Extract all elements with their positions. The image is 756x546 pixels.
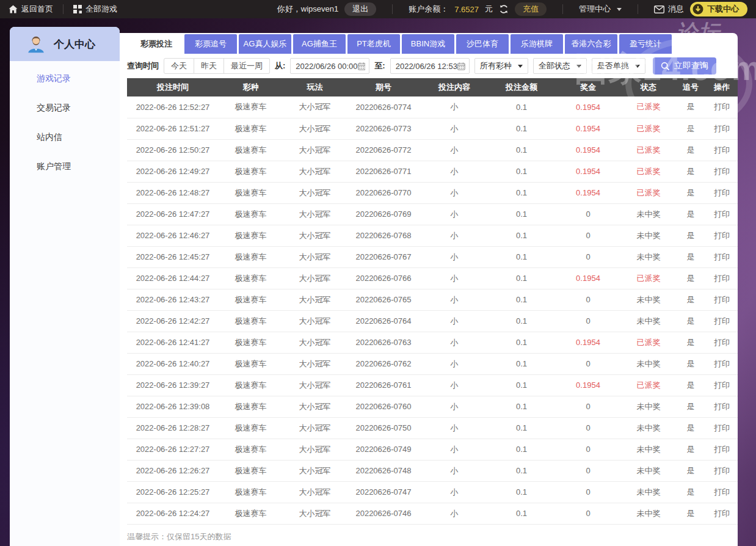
cell-prize: 0 (554, 225, 622, 246)
cell-action[interactable]: 打印 (706, 289, 738, 310)
cell-action[interactable]: 打印 (706, 460, 738, 481)
back-home-link[interactable]: 返回首页 (9, 4, 53, 15)
logout-button[interactable]: 退出 (344, 2, 376, 16)
cell-status: 未中奖 (622, 225, 675, 246)
tab-6[interactable]: BBIN游戏 (402, 34, 454, 54)
from-date-input[interactable]: 2022/06/26 00:00 (290, 58, 369, 74)
cell-status: 未中奖 (622, 203, 675, 225)
sidebar-item-2[interactable]: 交易记录 (10, 93, 120, 122)
topbar: 返回首页 全部游戏 你好，wipseven1 退出 账户余额： 7.6527 元… (0, 0, 756, 18)
cell-action[interactable]: 打印 (706, 225, 738, 246)
tab-9[interactable]: 香港六合彩 (565, 34, 617, 54)
cell-issue: 20220626-0772 (347, 139, 420, 161)
table-row: 2022-06-26 12:39:08极速赛车大小冠军20220626-0760… (127, 396, 738, 417)
cell-issue: 20220626-0747 (347, 481, 420, 503)
download-center-label: 下载中心 (707, 4, 739, 15)
cell-type: 极速赛车 (219, 439, 283, 460)
tab-5[interactable]: PT老虎机 (347, 34, 400, 54)
filter-select-1[interactable]: 所有彩种 (474, 58, 528, 74)
tab-7[interactable]: 沙巴体育 (456, 34, 509, 54)
to-date-input[interactable]: 2022/06/26 12:53 (390, 58, 470, 74)
cell-time: 2022-06-26 12:44:27 (127, 268, 219, 289)
quick-range-button-2[interactable]: 昨天 (194, 58, 224, 74)
cell-type: 极速赛车 (219, 396, 283, 417)
cell-time: 2022-06-26 12:47:27 (127, 203, 219, 225)
cell-amount: 0.1 (489, 310, 554, 332)
cell-chase: 是 (675, 203, 706, 225)
cell-time: 2022-06-26 12:49:27 (127, 161, 219, 182)
cell-action[interactable]: 打印 (706, 268, 738, 289)
table-row: 2022-06-26 12:42:27极速赛车大小冠军20220626-0764… (127, 310, 738, 332)
cell-prize: 0.1954 (554, 182, 622, 203)
cell-status: 已派奖 (622, 182, 675, 203)
cell-action[interactable]: 打印 (706, 139, 738, 161)
table-row: 2022-06-26 12:47:27极速赛车大小冠军20220626-0769… (127, 203, 738, 225)
cell-chase: 是 (675, 481, 706, 503)
cell-type: 极速赛车 (219, 268, 283, 289)
cell-issue: 20220626-0762 (347, 353, 420, 374)
cell-action[interactable]: 打印 (706, 503, 738, 524)
filter-select-3[interactable]: 是否单挑 (592, 58, 645, 74)
chevron-down-icon (576, 65, 581, 68)
cell-status: 未中奖 (622, 396, 675, 417)
cell-action[interactable]: 打印 (706, 396, 738, 417)
tab-10[interactable]: 盈亏统计 (619, 34, 672, 54)
filter-select-2[interactable]: 全部状态 (533, 58, 587, 74)
cell-time: 2022-06-26 12:39:08 (127, 396, 219, 417)
select-value: 所有彩种 (480, 60, 512, 71)
cell-action[interactable]: 打印 (706, 332, 738, 353)
cell-time: 2022-06-26 12:48:27 (127, 182, 219, 203)
cell-time: 2022-06-26 12:46:27 (127, 225, 219, 246)
column-header-5: 投注内容 (420, 78, 489, 96)
cell-action[interactable]: 打印 (706, 203, 738, 225)
cell-action[interactable]: 打印 (706, 353, 738, 374)
cell-type: 极速赛车 (219, 332, 283, 353)
cell-prize: 0 (554, 481, 622, 503)
all-games-link[interactable]: 全部游戏 (73, 4, 117, 15)
sidebar-item-4[interactable]: 账户管理 (10, 151, 120, 181)
cell-action[interactable]: 打印 (706, 182, 738, 203)
cell-action[interactable]: 打印 (706, 310, 738, 332)
admin-center-menu[interactable]: 管理中心 (579, 4, 622, 15)
cell-status: 未中奖 (622, 439, 675, 460)
balance-unit: 元 (485, 4, 493, 15)
recharge-button[interactable]: 充值 (515, 2, 547, 16)
cell-action[interactable]: 打印 (706, 246, 738, 268)
cell-issue: 20220626-0763 (347, 332, 420, 353)
refresh-icon[interactable] (499, 4, 509, 14)
greeting-text: 你好，wipseven1 (277, 4, 338, 15)
tab-2[interactable]: 彩票追号 (184, 34, 237, 54)
cell-action[interactable]: 打印 (706, 96, 738, 118)
cell-action[interactable]: 打印 (706, 118, 738, 139)
cell-content: 小 (420, 161, 489, 182)
quick-range-button-1[interactable]: 今天 (164, 58, 194, 74)
table-row: 2022-06-26 12:46:27极速赛车大小冠军20220626-0768… (127, 225, 738, 246)
cell-action[interactable]: 打印 (706, 417, 738, 439)
messages-link[interactable]: 消息 (654, 4, 684, 15)
cell-amount: 0.1 (489, 439, 554, 460)
from-date-value: 2022/06/26 00:00 (296, 62, 357, 71)
quick-range-button-3[interactable]: 最近一周 (224, 58, 270, 74)
cell-prize: 0 (554, 310, 622, 332)
cell-action[interactable]: 打印 (706, 374, 738, 396)
tab-4[interactable]: AG捕鱼王 (293, 34, 346, 54)
cell-prize: 0 (554, 203, 622, 225)
tab-1[interactable]: 彩票投注 (130, 34, 183, 54)
search-button[interactable]: 立即查询 (653, 57, 716, 75)
tab-3[interactable]: AG真人娱乐 (239, 34, 291, 54)
cell-amount: 0.1 (489, 139, 554, 161)
cell-amount: 0.1 (489, 396, 554, 417)
cell-issue: 20220626-0750 (347, 417, 420, 439)
cell-action[interactable]: 打印 (706, 439, 738, 460)
cell-play: 大小冠军 (283, 439, 347, 460)
tab-8[interactable]: 乐游棋牌 (511, 34, 563, 54)
sidebar-item-3[interactable]: 站内信 (10, 122, 120, 151)
download-center-button[interactable]: 下载中心 (690, 2, 747, 16)
cell-action[interactable]: 打印 (706, 481, 738, 503)
sidebar-item-1[interactable]: 游戏记录 (10, 64, 120, 93)
cell-content: 小 (420, 225, 489, 246)
cell-action[interactable]: 打印 (706, 161, 738, 182)
cell-chase: 是 (675, 460, 706, 481)
home-icon (9, 5, 18, 13)
cell-time: 2022-06-26 12:41:27 (127, 332, 219, 353)
